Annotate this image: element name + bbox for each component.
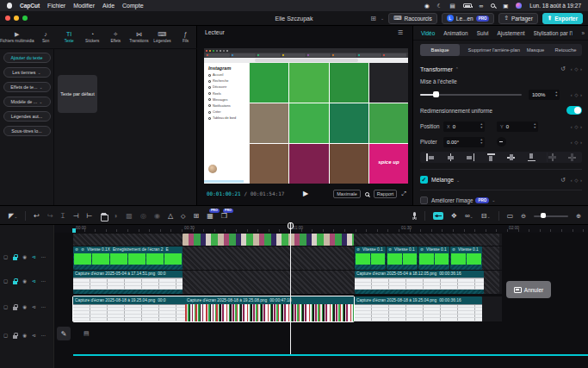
tab-fichiers-multimedia[interactable]: ▶Fichiers multimédia [0, 26, 34, 48]
lens-correction-icon[interactable]: ❒PRO [221, 212, 227, 220]
zoom-in-icon[interactable]: ⊕ [576, 213, 581, 220]
magnetic-icon[interactable]: ❖ [451, 212, 457, 220]
audio-speed-segment[interactable]: ⊘Vitesse 0.1 [450, 246, 482, 270]
subtab-retouche[interactable]: Retouche [549, 44, 582, 56]
fit-maximale-button[interactable]: Maximale [333, 190, 361, 198]
distribute-vertical-icon[interactable] [567, 153, 577, 162]
stepper-icon[interactable]: ▲▼ [480, 123, 483, 129]
tab-legendes[interactable]: ⌨Légendes [151, 26, 174, 48]
sidebar-item-effets-de-texte[interactable]: Effets de te...⌄ [3, 82, 51, 92]
audio-clip[interactable]: ⊘ ⊘ Vitesse 0.1X Enregistrement de l'écr… [73, 246, 183, 270]
disabled-clip-segment[interactable] [183, 246, 354, 270]
selected-image-clip[interactable]: Capture d'écran 2025-08-18 à 19.25.04.pn… [73, 296, 185, 321]
align-top-icon[interactable] [486, 153, 496, 162]
shortcuts-button[interactable]: ⌨ Raccourcis [388, 13, 437, 24]
tabs-overflow-icon[interactable]: » [581, 30, 585, 36]
position-y-field[interactable]: Y0 ▲▼ [497, 122, 538, 132]
rotate-value-field[interactable]: 0.00° ▲▼ [443, 137, 485, 147]
close-window-button[interactable] [5, 16, 10, 21]
stepper-icon[interactable]: ▲▼ [554, 91, 558, 97]
stepper-icon[interactable]: ▲▼ [533, 123, 536, 129]
video-thumbnail-clip[interactable] [183, 234, 354, 246]
tab-texte[interactable]: TITexte [58, 26, 81, 48]
trim-left-icon[interactable]: ⊣ [73, 212, 79, 220]
preview-clip-icon[interactable]: ◉ [154, 212, 160, 220]
select-tool-icon[interactable]: ◤⌄ [9, 212, 17, 220]
position-keyframe-controls[interactable]: ‹◇› [571, 124, 582, 129]
lock-icon[interactable] [13, 335, 17, 339]
tab-video[interactable]: Vidéo [421, 30, 435, 36]
blend-checkbox[interactable]: ✓ [420, 176, 428, 184]
rotate-keyframe-controls[interactable]: ‹◇› [571, 140, 582, 145]
chevron-down-icon[interactable]: ⌄ [492, 197, 495, 203]
undo-toast-button[interactable]: Annuler [506, 281, 551, 298]
app-menu-capcut[interactable]: CapCut [20, 3, 40, 9]
enhance-checkbox[interactable] [420, 196, 428, 204]
overlay-icon[interactable]: ▩ [126, 212, 133, 220]
subtab-basique[interactable]: Basique [420, 44, 460, 56]
export-button[interactable]: ⬆ Exporter [542, 13, 583, 24]
timeline-in-marker[interactable] [72, 228, 76, 233]
keyframe-icon[interactable]: ◇ [181, 213, 185, 220]
mask-icon[interactable]: ◗ [115, 212, 119, 220]
speaker-icon[interactable]: ⊲ [32, 333, 36, 338]
menu-aide[interactable]: Aide [102, 3, 115, 9]
tab-stylisation[interactable]: Stylisation par l'I [534, 30, 573, 36]
upgrade-pro-button[interactable]: L Le...en PRO [442, 13, 495, 24]
player-marker-icons[interactable]: ▯▯ [255, 191, 263, 196]
display-icon[interactable]: ▤ [449, 3, 455, 9]
audio-speed-segment[interactable]: ⊘Vitesse 0.1 [387, 246, 418, 270]
menu-fichier[interactable]: Fichier [47, 3, 65, 9]
transformer-header[interactable]: Transformer ⌃ ↺ ‹◇› [420, 64, 582, 74]
minimize-window-button[interactable] [14, 16, 19, 21]
zoom-window-button[interactable] [22, 16, 28, 21]
align-right-icon[interactable] [466, 153, 475, 162]
draft-text-button[interactable]: ✎ [57, 327, 71, 340]
disabled-clip-segment[interactable] [354, 234, 499, 246]
eye-icon[interactable]: ◉ [22, 333, 27, 338]
uniform-scale-toggle[interactable] [566, 106, 582, 115]
chevron-down-icon[interactable]: ⌄ [456, 178, 460, 183]
zoom-out-icon[interactable]: ⊖ [521, 213, 526, 220]
menubar-clock[interactable]: Lun. 18 août à 19:27 [529, 3, 581, 9]
image-clip[interactable]: Capture d'écran 2025-08-18 à 19.25.04.pn… [355, 296, 482, 321]
tab-son[interactable]: ♪Son [34, 26, 58, 48]
subtab-supprimer-arriere-plan[interactable]: Supprimer l'arrière-plan [460, 44, 522, 56]
audio-speed-segment[interactable]: ⊘Vitesse 0.1 [418, 246, 449, 270]
play-circle-icon[interactable]: ◉ [424, 3, 430, 9]
scale-slider-handle[interactable] [433, 91, 439, 97]
share-button[interactable]: ⇪ Partager [498, 13, 537, 24]
playhead[interactable] [290, 222, 291, 354]
moon-icon[interactable]: ☾ [437, 3, 443, 9]
record-voiceover-icon[interactable] [412, 212, 417, 220]
video-preview[interactable]: Instagram Accueil Recherche Découvrir Re… [204, 48, 408, 184]
player-menu-icon[interactable]: ☰ [398, 29, 403, 36]
sidebar-item-les-tiennes[interactable]: Les tiennes⌄ [3, 67, 51, 78]
tab-animation[interactable]: Animation [443, 30, 467, 36]
blend-keyframe-controls[interactable]: ‹◇› [571, 178, 582, 183]
playhead-handle[interactable] [288, 222, 294, 229]
image-clip[interactable]: Capture d'écran 2025-05-04 à 18.12.05.pn… [355, 271, 484, 294]
crop-icon[interactable]: ⊞ [193, 212, 199, 220]
align-left-icon[interactable] [425, 153, 435, 162]
sidebar-item-ajouter-du-texte[interactable]: Ajouter du texte [3, 53, 51, 63]
trim-right-icon[interactable]: ⊢ [87, 212, 93, 220]
scale-value-field[interactable]: 100% ▲▼ [529, 90, 560, 100]
timeline-zoom-slider[interactable] [534, 213, 568, 219]
redo-icon[interactable]: ↪ [47, 212, 53, 220]
reset-transform-icon[interactable]: ↺ [560, 65, 566, 72]
freeze-frame-icon[interactable]: ◎ [140, 212, 146, 220]
split-icon[interactable]: ⌶ [61, 212, 65, 221]
sidebar-item-modele-de-texte[interactable]: Modèle de ...⌄ [3, 97, 51, 107]
layout-chevron-icon[interactable]: ⌄ [381, 16, 384, 21]
distribute-horizontal-icon[interactable] [547, 153, 556, 162]
timeline-zoom-handle[interactable] [541, 213, 546, 218]
auto-snap-icon[interactable] [433, 212, 443, 220]
clip-options-icon[interactable]: ⊟⌄ [481, 212, 491, 220]
tab-suivi[interactable]: Suivi [477, 30, 489, 36]
default-text-card[interactable]: Texte par défaut [58, 75, 97, 113]
selected-image-clip[interactable]: Capture d'écran 2025-08-18 à 19.25.08.pn… [185, 296, 354, 321]
disabled-clip-segment[interactable] [73, 234, 183, 246]
image-clip[interactable]: Capture d'écran 2025-05-04 à 17.14.51.pn… [73, 271, 183, 294]
align-center-vertical-icon[interactable] [506, 153, 516, 162]
